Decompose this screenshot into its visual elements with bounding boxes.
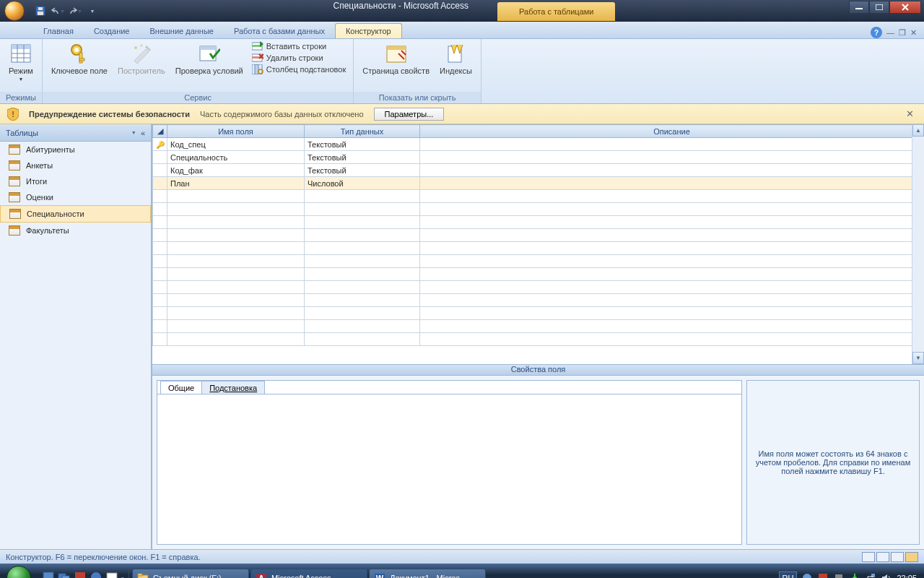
nav-item-specialnosti[interactable]: Специальности (0, 205, 151, 223)
field-row[interactable]: 🔑Код_спецТекстовый (153, 138, 924, 151)
tray-icon[interactable] (801, 572, 813, 578)
undo-icon[interactable]: ▼ (51, 4, 65, 18)
col-header-description[interactable]: Описание (420, 125, 924, 138)
security-options-button[interactable]: Параметры... (374, 108, 445, 121)
field-row-empty[interactable] (153, 268, 924, 281)
field-row-empty[interactable] (153, 307, 924, 320)
row-selector[interactable] (153, 164, 167, 177)
field-row-empty[interactable] (153, 333, 924, 346)
help-icon[interactable]: ? (871, 27, 882, 38)
scroll-up-icon[interactable]: ▲ (912, 124, 924, 137)
view-pivottable-button[interactable] (876, 552, 889, 562)
insert-rows-button[interactable]: Вставить строки (249, 40, 349, 52)
clock[interactable]: 22:05 (897, 574, 917, 578)
tab-database-tools[interactable]: Работа с базами данных (224, 24, 335, 38)
row-selector[interactable] (153, 151, 167, 164)
tab-design[interactable]: Конструктор (335, 23, 402, 38)
view-design-button[interactable] (905, 552, 918, 562)
mdi-minimize-icon[interactable]: — (886, 28, 894, 37)
nav-item-ocenki[interactable]: Оценки (0, 189, 151, 205)
cell-datatype[interactable]: Текстовый (305, 164, 420, 177)
tab-external-data[interactable]: Внешние данные (140, 24, 224, 38)
cell-fieldname[interactable]: Код_спец (167, 138, 305, 151)
start-button[interactable] (0, 564, 38, 578)
field-row-empty[interactable] (153, 255, 924, 268)
properties-body[interactable] (157, 394, 741, 544)
mdi-close-icon[interactable]: ✕ (910, 28, 917, 38)
col-header-datatype[interactable]: Тип данных (305, 125, 420, 138)
field-row[interactable]: СпециальностьТекстовый (153, 151, 924, 164)
minimize-button[interactable] (849, 1, 869, 14)
nav-item-ankety[interactable]: Анкеты (0, 158, 151, 173)
quick-launch-icon[interactable] (90, 571, 104, 578)
field-row-empty[interactable] (153, 190, 924, 203)
cell-description[interactable] (420, 164, 924, 177)
quick-launch-icon[interactable] (105, 571, 120, 578)
vertical-scrollbar[interactable]: ▲ ▼ (912, 124, 924, 364)
lookup-column-button[interactable]: Столбец подстановок (249, 64, 349, 75)
maximize-button[interactable] (869, 1, 889, 14)
save-icon[interactable] (33, 4, 48, 18)
field-row-empty[interactable] (153, 203, 924, 216)
field-row-empty[interactable] (153, 320, 924, 333)
usb-icon[interactable] (849, 572, 860, 578)
cell-datatype[interactable]: Числовой (305, 177, 420, 190)
view-pivotchart-button[interactable] (891, 552, 904, 562)
field-row-empty[interactable] (153, 294, 924, 307)
cell-fieldname[interactable]: Специальность (167, 151, 305, 164)
cell-datatype[interactable]: Текстовый (305, 151, 420, 164)
property-sheet-button[interactable]: Страница свойств (358, 40, 434, 77)
nav-pane-header[interactable]: Таблицы ▼ « (0, 124, 151, 142)
cell-description[interactable] (420, 177, 924, 190)
nav-item-fakultety[interactable]: Факультеты (0, 223, 151, 238)
volume-icon[interactable] (881, 572, 892, 578)
taskbar-item-word[interactable]: WДокумент1 - Micros... (369, 569, 486, 578)
taskbar-item-explorer[interactable]: Съемный диск (F:) (132, 569, 249, 578)
taskbar-item-access[interactable]: AMicrosoft Access - ... (250, 569, 367, 578)
field-row-empty[interactable] (153, 229, 924, 242)
delete-rows-button[interactable]: Удалить строки (249, 52, 349, 64)
tab-general[interactable]: Общие (160, 381, 202, 394)
collapse-pane-icon[interactable]: « (141, 129, 145, 137)
redo-icon[interactable]: ▼ (68, 4, 82, 18)
col-header-fieldname[interactable]: Имя поля (167, 125, 305, 138)
tray-icon[interactable] (817, 572, 829, 578)
field-row-empty[interactable] (153, 216, 924, 229)
nav-item-itogi[interactable]: Итоги (0, 173, 151, 189)
quick-launch-overflow-icon[interactable]: » (121, 576, 124, 579)
tab-create[interactable]: Создание (84, 24, 140, 38)
cell-fieldname[interactable]: Код_фак (167, 164, 305, 177)
office-button[interactable] (0, 0, 29, 22)
row-selector[interactable]: 🔑 (153, 138, 167, 151)
tab-home[interactable]: Главная (33, 24, 84, 38)
view-datasheet-button[interactable] (862, 552, 875, 562)
qat-customize-icon[interactable]: ▼ (85, 4, 100, 18)
row-selector-header[interactable]: ◢ (153, 125, 167, 138)
field-row-empty[interactable] (153, 242, 924, 255)
field-grid[interactable]: ◢ Имя поля Тип данных Описание 🔑Код_спец… (152, 124, 924, 364)
close-button[interactable] (889, 1, 921, 14)
nav-item-abiturients[interactable]: Абитуриенты (0, 142, 151, 158)
language-indicator[interactable]: RU (779, 571, 798, 578)
field-row[interactable]: Код_факТекстовый (153, 164, 924, 177)
mdi-restore-icon[interactable]: ❐ (899, 28, 906, 38)
switch-windows-icon[interactable] (58, 571, 72, 578)
cell-datatype[interactable]: Текстовый (305, 138, 420, 151)
security-close-button[interactable]: ✕ (903, 108, 917, 119)
cell-description[interactable] (420, 138, 924, 151)
indexes-button[interactable]: Индексы (435, 40, 476, 77)
tab-lookup[interactable]: Подстановка (201, 381, 265, 394)
view-button[interactable]: Режим▼ (4, 40, 38, 85)
tray-icon[interactable] (833, 572, 845, 578)
cell-fieldname[interactable]: План (167, 177, 305, 190)
quick-launch-icon[interactable] (74, 571, 88, 578)
field-row-empty[interactable] (153, 281, 924, 294)
field-row[interactable]: ПланЧисловой (153, 177, 924, 190)
test-rules-button[interactable]: Проверка условий (171, 40, 248, 77)
scroll-down-icon[interactable]: ▼ (912, 352, 924, 364)
network-icon[interactable] (865, 572, 876, 578)
primary-key-button[interactable]: Ключевое поле (47, 40, 112, 77)
show-desktop-icon[interactable] (42, 571, 56, 578)
row-selector[interactable] (153, 177, 167, 190)
cell-description[interactable] (420, 151, 924, 164)
